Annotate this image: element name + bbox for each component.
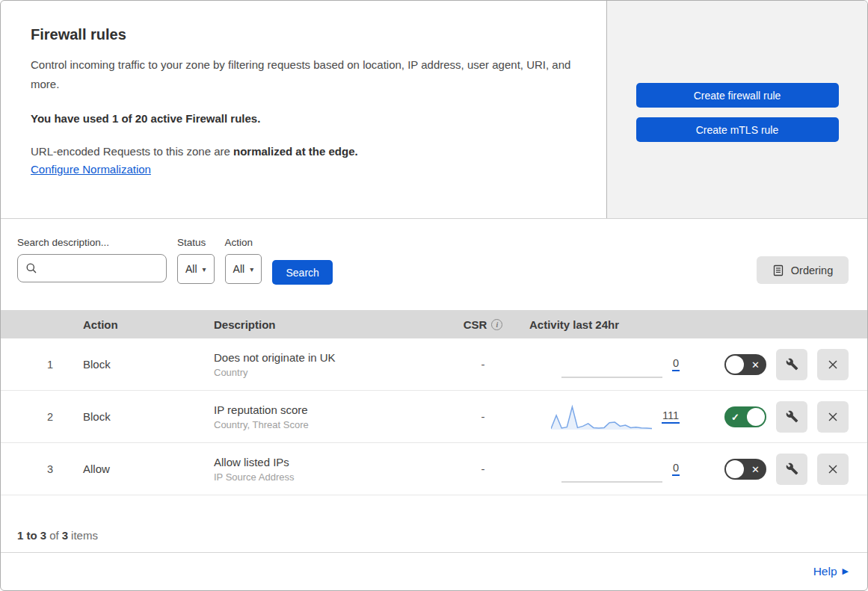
toggle-knob: [726, 356, 744, 374]
ordering-button-label: Ordering: [791, 264, 833, 276]
search-input[interactable]: [42, 262, 160, 274]
rule-action: Block: [83, 410, 214, 423]
close-icon: [826, 462, 840, 476]
items-word: items: [71, 529, 98, 542]
rule-enabled-toggle[interactable]: ✕✓: [724, 459, 766, 480]
toggle-off-icon: ✕: [751, 464, 760, 474]
rule-description-cell: Allow listed IPs IP Source Address: [214, 456, 449, 483]
items-count: 1 to 3 of 3 items: [1, 495, 867, 552]
close-icon: [826, 358, 840, 371]
firewall-rules-panel: Firewall rules Control incoming traffic …: [0, 0, 868, 591]
page-description: Control incoming traffic to your zone by…: [31, 55, 576, 94]
normalization-note: URL-encoded Requests to this zone are no…: [31, 145, 576, 158]
rule-enabled-toggle[interactable]: ✕✓: [724, 354, 766, 375]
activity-count-link[interactable]: 0: [672, 357, 680, 371]
rule-fields: Country, Threat Score: [214, 419, 449, 430]
search-button[interactable]: Search: [272, 260, 333, 285]
page-title: Firewall rules: [31, 26, 576, 43]
close-icon: [826, 410, 840, 424]
rule-csr-value: -: [449, 410, 517, 423]
action-filter-group: Action All ▾: [225, 237, 262, 284]
wrench-icon: [786, 410, 798, 423]
rule-activity-cell: 111: [517, 402, 689, 432]
status-dropdown-value: All: [185, 263, 197, 275]
rule-controls: ✕✓: [689, 454, 867, 485]
configure-normalization-link[interactable]: Configure Normalization: [31, 163, 151, 176]
column-csr-label: CSR: [464, 318, 487, 331]
edit-rule-button[interactable]: [776, 349, 807, 380]
table-row: 2 Block IP reputation score Country, Thr…: [1, 391, 867, 443]
create-firewall-rule-button[interactable]: Create firewall rule: [636, 83, 839, 108]
rule-priority: 3: [1, 463, 83, 475]
normalization-prefix: URL-encoded Requests to this zone are: [31, 145, 233, 158]
column-description: Description: [214, 318, 449, 331]
info-icon[interactable]: i: [491, 319, 502, 330]
search-input-box[interactable]: [17, 254, 167, 282]
create-mtls-rule-button[interactable]: Create mTLS rule: [636, 117, 839, 142]
rule-enabled-toggle[interactable]: ✕✓: [724, 406, 766, 427]
header-text-area: Firewall rules Control incoming traffic …: [1, 1, 607, 218]
wrench-icon: [786, 462, 798, 475]
activity-sparkline: [551, 402, 652, 432]
activity-sparkline: [561, 350, 662, 380]
table-header: Action Description CSR i Activity last 2…: [1, 310, 867, 338]
help-label: Help: [813, 565, 837, 578]
actions-panel: Create firewall rule Create mTLS rule: [607, 1, 867, 218]
rule-priority: 2: [1, 411, 83, 423]
rule-controls: ✕✓: [689, 349, 867, 380]
column-csr: CSR i: [449, 318, 517, 331]
rule-action: Block: [83, 358, 214, 371]
column-action: Action: [83, 318, 214, 331]
help-bar: Help ▶: [1, 552, 867, 590]
items-range: 1 to 3: [17, 529, 46, 542]
action-label: Action: [225, 237, 262, 248]
wrench-icon: [786, 358, 798, 371]
rule-fields: Country: [214, 367, 449, 378]
usage-note: You have used 1 of 20 active Firewall ru…: [31, 112, 576, 125]
search-icon: [25, 262, 37, 274]
chevron-down-icon: ▾: [250, 265, 253, 273]
edit-rule-button[interactable]: [776, 454, 807, 485]
arrow-right-icon: ▶: [843, 566, 849, 576]
column-activity: Activity last 24hr: [517, 318, 689, 331]
rule-csr-value: -: [449, 358, 517, 371]
toggle-knob: [747, 408, 765, 426]
rule-controls: ✕✓: [689, 401, 867, 433]
rule-csr-value: -: [449, 462, 517, 475]
edit-rule-button[interactable]: [776, 401, 807, 433]
header-section: Firewall rules Control incoming traffic …: [1, 1, 867, 219]
rule-activity-cell: 0: [517, 454, 689, 484]
items-total: 3: [62, 529, 68, 542]
rule-description-cell: Does not originate in UK Country: [214, 351, 449, 378]
rule-description: IP reputation score: [214, 403, 449, 416]
status-label: Status: [177, 237, 215, 248]
table-row: 3 Allow Allow listed IPs IP Source Addre…: [1, 443, 867, 495]
ordering-list-icon: [772, 264, 784, 276]
action-dropdown[interactable]: All ▾: [225, 254, 262, 284]
delete-rule-button[interactable]: [817, 401, 849, 433]
action-dropdown-value: All: [233, 263, 245, 275]
toggle-on-icon: ✓: [731, 412, 739, 421]
rule-priority: 1: [1, 359, 83, 371]
toggle-knob: [726, 460, 744, 478]
rule-description-cell: IP reputation score Country, Threat Scor…: [214, 403, 449, 430]
rule-description: Does not originate in UK: [214, 351, 449, 364]
toggle-off-icon: ✕: [751, 359, 760, 369]
chevron-down-icon: ▾: [203, 265, 206, 273]
activity-count-link[interactable]: 111: [662, 409, 680, 424]
ordering-button[interactable]: Ordering: [757, 256, 849, 284]
status-filter-group: Status All ▾: [177, 237, 215, 284]
delete-rule-button[interactable]: [817, 454, 849, 485]
table-row: 1 Block Does not originate in UK Country…: [1, 338, 867, 391]
normalization-bold: normalized at the edge.: [233, 145, 358, 158]
status-dropdown[interactable]: All ▾: [177, 254, 215, 284]
rule-activity-cell: 0: [517, 350, 689, 380]
activity-sparkline: [561, 454, 662, 484]
activity-count-link[interactable]: 0: [672, 462, 680, 476]
help-link[interactable]: Help ▶: [813, 565, 849, 578]
rule-fields: IP Source Address: [214, 471, 449, 483]
rule-description: Allow listed IPs: [214, 456, 449, 468]
items-of-word: of: [49, 529, 59, 542]
delete-rule-button[interactable]: [817, 349, 849, 380]
search-label: Search description...: [17, 237, 167, 248]
